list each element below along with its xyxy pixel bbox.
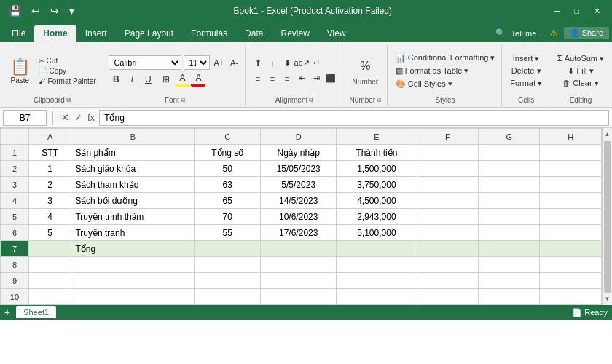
search-icon[interactable]: 🔍	[495, 28, 506, 38]
col-header-f[interactable]: F	[417, 129, 478, 145]
table-cell[interactable]	[417, 209, 478, 225]
table-cell[interactable]: 65	[195, 193, 261, 209]
table-cell[interactable]: Ngày nhập	[261, 145, 337, 161]
table-cell[interactable]	[261, 257, 337, 273]
row-number[interactable]: 10	[1, 289, 29, 305]
orientation-button[interactable]: ab↗	[295, 57, 308, 70]
undo-icon[interactable]: ↩	[28, 4, 43, 18]
tab-insert[interactable]: Insert	[76, 25, 116, 42]
clipboard-expander[interactable]: ⧉	[66, 96, 71, 104]
qat-dropdown-icon[interactable]: ▾	[66, 4, 77, 18]
tab-view[interactable]: View	[318, 25, 355, 42]
table-cell[interactable]	[337, 257, 417, 273]
row-number[interactable]: 6	[1, 225, 29, 241]
font-expander[interactable]: ⧉	[181, 96, 185, 104]
scroll-up-arrow[interactable]: ▲	[603, 130, 612, 139]
table-cell[interactable]	[417, 225, 478, 241]
col-header-h[interactable]: H	[540, 129, 602, 145]
table-cell[interactable]: 2	[28, 177, 71, 193]
table-cell[interactable]: 3,750,000	[337, 177, 417, 193]
copy-button[interactable]: 📄 Copy	[36, 66, 98, 76]
align-top-button[interactable]: ⬆	[251, 57, 264, 70]
table-cell[interactable]	[479, 257, 540, 273]
redo-icon[interactable]: ↪	[47, 4, 62, 18]
font-color-button[interactable]: A	[191, 72, 205, 87]
merge-cells-button[interactable]: ⬛	[324, 72, 337, 85]
row-number[interactable]: 8	[1, 257, 29, 273]
table-cell[interactable]: 50	[195, 161, 261, 177]
table-cell[interactable]	[195, 289, 261, 305]
table-cell[interactable]: 70	[195, 209, 261, 225]
row-number[interactable]: 9	[1, 273, 29, 289]
table-cell[interactable]: 5	[28, 225, 71, 241]
scroll-down-arrow[interactable]: ▼	[603, 294, 612, 304]
table-cell[interactable]	[479, 273, 540, 289]
table-cell[interactable]	[261, 273, 337, 289]
table-cell[interactable]	[28, 273, 71, 289]
table-cell[interactable]	[540, 145, 602, 161]
table-cell[interactable]	[540, 257, 602, 273]
table-cell[interactable]: Sản phẩm	[71, 145, 195, 161]
table-cell[interactable]: 4	[28, 209, 71, 225]
delete-cells-button[interactable]: Delete ▾	[509, 66, 544, 76]
tab-formulas[interactable]: Formulas	[182, 25, 236, 42]
table-cell[interactable]	[417, 273, 478, 289]
table-cell[interactable]	[195, 273, 261, 289]
row-number[interactable]: 7	[1, 241, 29, 257]
table-cell[interactable]	[540, 241, 602, 257]
table-cell[interactable]: 1,500,000	[337, 161, 417, 177]
table-cell[interactable]: 3	[28, 193, 71, 209]
table-cell[interactable]: Tổng	[71, 241, 195, 257]
table-cell[interactable]	[28, 289, 71, 305]
align-middle-button[interactable]: ↕	[266, 57, 279, 70]
table-cell[interactable]	[479, 193, 540, 209]
format-as-table-button[interactable]: ▦ Format as Table ▾	[393, 66, 498, 76]
confirm-formula-icon[interactable]: ✓	[73, 112, 84, 123]
table-cell[interactable]	[417, 145, 478, 161]
alignment-expander[interactable]: ⧉	[309, 96, 313, 104]
border-button[interactable]: ⊞	[159, 72, 173, 87]
table-cell[interactable]: Sách bồi dưỡng	[71, 193, 195, 209]
row-number[interactable]: 1	[1, 145, 29, 161]
table-cell[interactable]: 2,943,000	[337, 209, 417, 225]
increase-indent-button[interactable]: ⇥	[310, 72, 323, 85]
align-center-button[interactable]: ≡	[266, 72, 279, 85]
clear-button[interactable]: 🗑 Clear ▾	[560, 78, 600, 89]
table-cell[interactable]	[479, 209, 540, 225]
table-cell[interactable]	[479, 161, 540, 177]
table-cell[interactable]	[71, 257, 195, 273]
table-cell[interactable]	[479, 225, 540, 241]
align-right-button[interactable]: ≡	[280, 72, 294, 85]
table-cell[interactable]	[71, 289, 195, 305]
col-header-g[interactable]: G	[479, 129, 540, 145]
cancel-formula-icon[interactable]: ✕	[60, 112, 71, 123]
col-header-d[interactable]: D	[261, 129, 337, 145]
paste-button[interactable]: 📋 Paste	[6, 55, 34, 87]
wrap-text-button[interactable]: ↵	[310, 57, 323, 70]
table-cell[interactable]	[540, 273, 602, 289]
table-cell[interactable]: 10/6/2023	[261, 209, 337, 225]
cell-styles-button[interactable]: 🎨 Cell Styles ▾	[393, 79, 498, 90]
table-cell[interactable]	[417, 177, 478, 193]
fill-button[interactable]: ⬇ Fill ▾	[565, 66, 595, 76]
col-header-b[interactable]: B	[71, 129, 195, 145]
table-cell[interactable]: Truyện tranh	[71, 225, 195, 241]
table-cell[interactable]	[540, 161, 602, 177]
table-cell[interactable]: Sách giáo khóa	[71, 161, 195, 177]
table-cell[interactable]	[540, 225, 602, 241]
vertical-scrollbar[interactable]: ▲ ▼	[602, 128, 612, 305]
table-cell[interactable]: STT	[28, 145, 71, 161]
decrease-font-button[interactable]: A-	[227, 56, 240, 69]
table-cell[interactable]	[261, 289, 337, 305]
align-left-button[interactable]: ≡	[251, 72, 264, 85]
tell-me-label[interactable]: Tell me...	[511, 29, 544, 38]
table-cell[interactable]: 55	[195, 225, 261, 241]
table-cell[interactable]: 15/05/2023	[261, 161, 337, 177]
insert-function-icon[interactable]: fx	[86, 112, 96, 123]
table-cell[interactable]	[540, 289, 602, 305]
number-expander[interactable]: ⧉	[377, 96, 381, 104]
table-cell[interactable]: Truyện trinh thám	[71, 209, 195, 225]
table-cell[interactable]: 14/5/2023	[261, 193, 337, 209]
add-sheet-button[interactable]: +	[4, 306, 10, 318]
percent-button[interactable]: %	[352, 56, 378, 76]
